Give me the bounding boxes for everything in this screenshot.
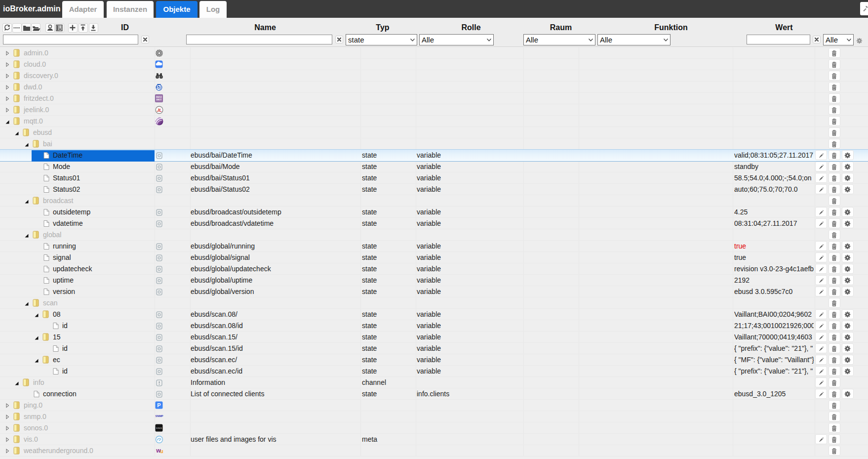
svg-text:DECT: DECT — [157, 99, 162, 101]
svg-text:SNMP: SNMP — [155, 415, 163, 417]
svg-text:JL: JL — [157, 108, 162, 113]
svg-text:SONOS: SONOS — [156, 427, 162, 429]
svg-text:FRITZ!: FRITZ! — [156, 96, 162, 98]
svg-text:u: u — [160, 449, 163, 454]
svg-text:P: P — [157, 402, 160, 408]
